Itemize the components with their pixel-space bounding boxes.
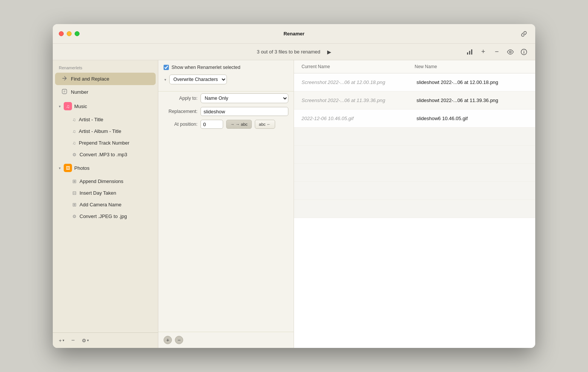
add-rule-button[interactable]: + [478,47,488,57]
main-content: Renamerlets Find and Replace # [53,60,535,348]
show-when-checkbox[interactable] [164,65,169,70]
music-chevron: ▾ [59,104,61,108]
music-note-icon-3: ♫ [72,140,76,146]
remove-rule-button[interactable]: − [492,47,502,57]
convert-jpeg-label: Convert .JPEG to .jpg [80,213,127,219]
sidebar-footer: + ▾ − ⚙ ▾ [53,332,158,348]
forward-position-button[interactable]: → → abc [226,120,252,129]
photos-chevron: ▾ [59,166,61,170]
sidebar-add-chevron: ▾ [63,338,64,342]
sidebar-item-find-replace-label: Find and Replace [71,76,109,82]
table-row-empty [294,146,535,164]
position-label: At position: [164,122,198,127]
table-row: Screenshot 2022-...06 at 11.39.36.png sl… [294,91,535,110]
eye-icon[interactable] [505,47,516,57]
music-note-icon-2: ♫ [72,129,76,134]
sidebar-category-photos[interactable]: ▾ 🖼 Photos [55,161,156,175]
gear-icon-1: ⚙ [72,152,77,157]
table-row-empty [294,128,535,146]
sidebar-item-number[interactable]: # Number [55,86,156,98]
table-row: 2022-12-06 10.46.05.gif slideshow6 10.46… [294,110,535,128]
photos-category-icon: 🖼 [64,164,72,172]
replacement-label: Replacement: [164,109,198,114]
sidebar-add-button[interactable]: + ▾ [57,337,66,344]
app-title: Renamer [283,31,305,37]
sidebar-settings-button[interactable]: ⚙ ▾ [80,337,90,344]
maximize-button[interactable] [75,31,80,36]
svg-rect-1 [469,51,470,55]
sidebar-item-artist-title[interactable]: ♫ Artist - Title [55,114,156,125]
subtoolbar: 3 out of 3 files to be renamed ▶ + − [53,44,535,60]
apply-to-row: Apply to: Name Only Extension Only Name … [158,91,294,105]
file-new-name: slideshow6 10.46.05.gif [416,116,528,121]
titlebar: Renamer [53,24,535,44]
number-icon: # [61,88,68,96]
file-new-name: slideshowt 2022-...06 at 12.00.18.png [416,79,528,85]
forward-arrow: → [230,122,234,127]
sidebar-item-append-dimensions[interactable]: ⊞ Append Dimensions [55,176,156,187]
dimensions-icon: ⊞ [72,178,77,184]
sidebar-item-find-replace[interactable]: Find and Replace [55,73,156,85]
file-table-body: Screenshot 2022-...06 at 12.00.18.png sl… [294,73,535,348]
backward-position-button[interactable]: abc ← [255,120,275,129]
svg-point-3 [510,51,511,53]
convert-mp3-label: Convert .MP3 to .mp3 [80,152,127,157]
replacement-input[interactable] [201,107,288,116]
position-input[interactable] [201,120,223,129]
center-remove-button[interactable]: − [175,336,183,344]
sidebar-item-prepend-track[interactable]: ♫ Prepend Track Number [55,137,156,148]
camera-icon: ⊞ [72,202,77,207]
sidebar-item-number-label: Number [71,89,88,95]
minimize-button[interactable] [67,31,72,36]
svg-text:#: # [63,90,65,93]
svg-rect-0 [467,52,468,55]
artist-album-title-label: Artist - Album - Title [79,128,121,134]
settings-gear-icon: ⚙ [82,338,86,343]
file-current-name: Screenshot 2022-...06 at 11.39.36.png [302,98,416,103]
sidebar-category-music[interactable]: ▾ ♫ Music [55,99,156,113]
col-new-label: New Name [415,64,528,69]
operation-dropdown[interactable]: Overwrite Characters Insert Delete Repla… [169,75,227,84]
sidebar-item-add-camera-name[interactable]: ⊞ Add Camera Name [55,199,156,210]
status-text: 3 out of 3 files to be renamed [257,49,320,55]
table-row-empty [294,182,535,200]
info-icon[interactable] [519,47,529,57]
center-panel: Show when Renamerlet selected ▾ Overwrit… [158,60,294,348]
sidebar-item-convert-mp3[interactable]: ⚙ Convert .MP3 to .mp3 [55,149,156,160]
music-category-icon: ♫ [64,102,72,110]
subtoolbar-center: 3 out of 3 files to be renamed ▶ [257,49,331,55]
center-header: Show when Renamerlet selected ▾ Overwrit… [158,60,294,91]
svg-rect-2 [471,49,472,55]
sidebar-section-label: Renamerlets [53,60,158,72]
replacement-row: Replacement: [158,105,294,118]
right-panel: Current Name New Name Screenshot 2022-..… [294,60,535,348]
link-icon[interactable] [519,29,529,39]
table-row: Screenshot 2022-...06 at 12.00.18.png sl… [294,73,535,91]
file-current-name: 2022-12-06 10.46.05.gif [302,116,416,121]
sidebar-item-insert-day-taken[interactable]: ⊟ Insert Day Taken [55,188,156,198]
append-dimensions-label: Append Dimensions [80,178,123,184]
table-header: Current Name New Name [294,60,535,73]
operation-dropdown-wrapper: Overwrite Characters Insert Delete Repla… [169,75,288,84]
collapse-icon[interactable]: ▾ [164,77,167,82]
col-current-label: Current Name [302,64,415,69]
center-add-button[interactable]: + [164,336,172,344]
sidebar-item-artist-album-title[interactable]: ♫ Artist - Album - Title [55,126,156,137]
add-camera-name-label: Add Camera Name [80,202,121,207]
sidebar-remove-button[interactable]: − [68,337,78,344]
sidebar-add-plus: + [59,338,62,343]
artist-title-label: Artist - Title [79,117,103,122]
close-button[interactable] [59,31,64,36]
find-replace-icon [61,75,68,82]
show-when-label: Show when Renamerlet selected [172,65,240,70]
operation-dropdown-row: ▾ Overwrite Characters Insert Delete Rep… [164,75,288,84]
file-new-name: slideshowt 2022-...06 at 11.39.36.png [416,98,528,103]
bar-chart-icon[interactable] [464,47,475,57]
title-toolbar [519,29,529,39]
show-when-row: Show when Renamerlet selected [164,65,288,70]
apply-to-dropdown[interactable]: Name Only Extension Only Name and Extens… [201,93,288,103]
sidebar-item-convert-jpeg[interactable]: ⚙ Convert .JPEG to .jpg [55,211,156,222]
music-note-icon-1: ♫ [72,117,76,122]
play-button[interactable]: ▶ [327,49,331,55]
app-window: Renamer 3 out of 3 files to be renamed ▶ [53,24,535,348]
